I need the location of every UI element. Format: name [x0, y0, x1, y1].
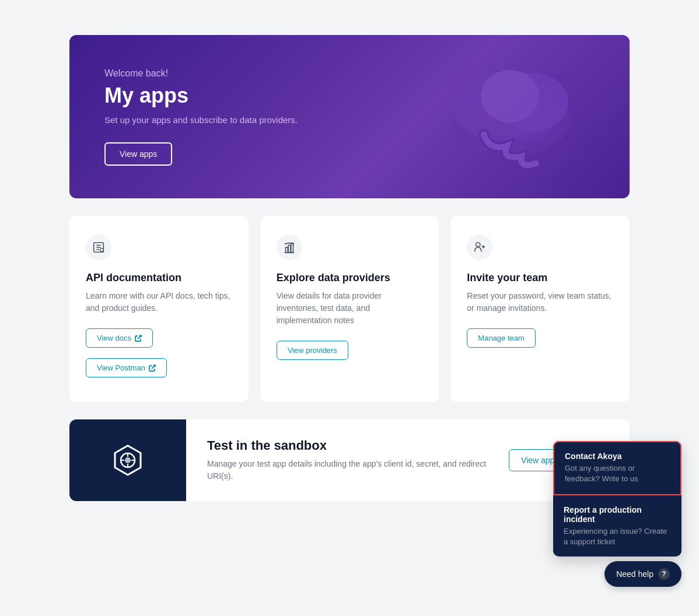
manage-team-button[interactable]: Manage team — [467, 328, 536, 348]
invite-team-card: Invite your team Reset your password, vi… — [450, 216, 630, 402]
cloud-illustration — [431, 52, 595, 181]
help-popup: Contact Akoya Got any questions or feedb… — [553, 441, 681, 556]
invite-team-buttons: Manage team — [467, 328, 613, 354]
data-providers-desc: View details for data provider inventori… — [277, 290, 423, 327]
external-link-icon — [135, 335, 142, 342]
sandbox-desc: Manage your test app details including t… — [207, 458, 488, 482]
invite-team-desc: Reset your password, view team status, o… — [467, 290, 613, 314]
hero-banner: Welcome back! My apps Set up your apps a… — [69, 35, 630, 198]
sandbox-section: Test in the sandbox Manage your test app… — [69, 419, 630, 501]
sandbox-hexagon-icon — [110, 443, 145, 478]
svg-rect-12 — [288, 245, 291, 253]
page-container: Welcome back! My apps Set up your apps a… — [69, 35, 630, 581]
incident-title: Report a production incident — [564, 505, 671, 524]
incident-desc: Experiencing an issue? Create a support … — [564, 526, 671, 547]
contact-akoya-item[interactable]: Contact Akoya Got any questions or feedb… — [553, 441, 681, 495]
cards-grid: API documentation Learn more with our AP… — [69, 216, 630, 402]
api-docs-title: API documentation — [86, 272, 232, 284]
help-btn-label: Need help — [616, 569, 653, 579]
report-incident-item[interactable]: Report a production incident Experiencin… — [553, 495, 681, 556]
invite-team-title: Invite your team — [467, 272, 613, 284]
hero-title: My apps — [104, 83, 298, 108]
view-providers-button[interactable]: View providers — [277, 341, 348, 360]
view-apps-button[interactable]: View apps — [104, 142, 172, 166]
contact-title: Contact Akoya — [565, 452, 670, 461]
view-docs-button[interactable]: View docs — [86, 328, 153, 348]
api-docs-buttons: View docs View Postman — [86, 328, 232, 383]
help-popup-container: Contact Akoya Got any questions or feedb… — [553, 441, 681, 587]
svg-rect-13 — [291, 243, 293, 253]
contact-desc: Got any questions or feedback? Write to … — [565, 463, 670, 484]
invite-team-icon — [467, 235, 492, 260]
hero-welcome: Welcome back! — [104, 68, 298, 79]
api-docs-desc: Learn more with our API docs, tech tips,… — [86, 290, 232, 314]
sandbox-title: Test in the sandbox — [207, 438, 488, 453]
sandbox-left-panel — [69, 419, 186, 501]
data-providers-card: Explore data providers View details for … — [260, 216, 439, 402]
svg-rect-11 — [285, 247, 288, 253]
need-help-button[interactable]: Need help ? — [604, 561, 681, 587]
hero-text: Welcome back! My apps Set up your apps a… — [104, 68, 298, 166]
api-docs-card: API documentation Learn more with our AP… — [69, 216, 249, 402]
data-providers-title: Explore data providers — [277, 272, 423, 284]
data-providers-buttons: View providers — [277, 341, 423, 366]
svg-point-3 — [481, 70, 539, 123]
external-link-icon-2 — [149, 365, 156, 372]
api-docs-icon — [86, 235, 111, 260]
data-providers-icon — [277, 235, 302, 260]
sandbox-content: Test in the sandbox Manage your test app… — [186, 419, 509, 501]
view-postman-button[interactable]: View Postman — [86, 358, 167, 377]
svg-point-14 — [476, 243, 480, 247]
svg-point-19 — [125, 457, 131, 463]
help-question-icon: ? — [658, 568, 670, 580]
hero-subtitle: Set up your apps and subscribe to data p… — [104, 115, 298, 125]
